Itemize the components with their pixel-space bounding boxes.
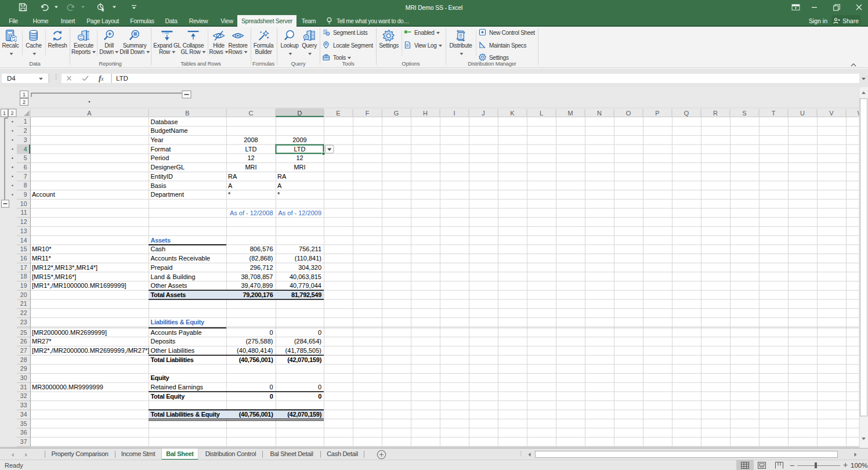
svg-text:14: 14: [20, 237, 27, 244]
svg-text:Total Equity: Total Equity: [151, 393, 186, 400]
svg-text:21: 21: [20, 300, 27, 307]
svg-text:22: 22: [20, 309, 27, 316]
svg-text:Year: Year: [151, 136, 164, 143]
svg-text:O: O: [626, 110, 631, 117]
svg-text:33: 33: [20, 402, 27, 408]
svg-text:Retained Earnings: Retained Earnings: [151, 384, 204, 391]
svg-text:Total Assets: Total Assets: [151, 291, 186, 298]
svg-text:Department: Department: [151, 191, 184, 198]
svg-text:Other Liabilities: Other Liabilities: [151, 347, 195, 354]
svg-text:[MR15*,MR16*]: [MR15*,MR16*]: [32, 273, 76, 280]
svg-text:(40,756,001): (40,756,001): [239, 411, 273, 418]
svg-text:R: R: [713, 110, 718, 117]
svg-text:MR11*: MR11*: [32, 255, 52, 262]
svg-text:38,708,857: 38,708,857: [241, 273, 273, 280]
svg-text:2: 2: [10, 110, 13, 116]
svg-text:10: 10: [20, 200, 27, 207]
svg-text:U: U: [800, 110, 805, 117]
svg-text:6: 6: [24, 164, 27, 171]
svg-text:(40,480,414): (40,480,414): [237, 347, 273, 354]
svg-text:H: H: [423, 110, 428, 117]
svg-text:E: E: [336, 110, 340, 117]
svg-text:Assets: Assets: [151, 237, 171, 244]
svg-text:Period: Period: [151, 154, 169, 161]
svg-text:0: 0: [318, 393, 321, 400]
svg-text:K: K: [510, 110, 515, 117]
svg-text:(42,070,159): (42,070,159): [287, 411, 321, 418]
svg-text:4: 4: [24, 146, 27, 153]
svg-text:BudgetName: BudgetName: [151, 127, 188, 134]
svg-text:2: 2: [24, 127, 27, 134]
svg-text:V: V: [829, 110, 834, 117]
svg-text:5: 5: [24, 154, 27, 161]
svg-text:Equity: Equity: [151, 374, 170, 381]
svg-text:Accounts Receivable: Accounts Receivable: [151, 255, 211, 262]
svg-text:37: 37: [20, 438, 27, 445]
svg-text:1: 1: [23, 92, 26, 97]
svg-text:(284,654): (284,654): [294, 338, 321, 345]
svg-text:Basis: Basis: [151, 182, 167, 189]
svg-text:20: 20: [20, 291, 27, 298]
svg-text:28: 28: [20, 356, 27, 363]
svg-text:MR27*: MR27*: [32, 338, 52, 345]
svg-text:Q: Q: [684, 110, 689, 117]
svg-text:27: 27: [20, 347, 27, 354]
svg-text:MRI: MRI: [245, 164, 256, 171]
svg-text:2009: 2009: [292, 136, 306, 143]
svg-text:23: 23: [20, 319, 27, 326]
svg-text:Liabilities & Equity: Liabilities & Equity: [151, 319, 205, 326]
svg-text:15: 15: [20, 245, 27, 252]
svg-text:LTD: LTD: [294, 146, 306, 153]
svg-text:18: 18: [20, 273, 27, 280]
svg-text:A: A: [228, 182, 233, 189]
svg-text:2008: 2008: [244, 136, 258, 143]
svg-text:756,211: 756,211: [299, 245, 321, 252]
svg-text:34: 34: [20, 411, 27, 418]
svg-text:(42,070,159): (42,070,159): [287, 356, 321, 363]
svg-text:Deposits: Deposits: [151, 338, 176, 345]
svg-text:Accounts Payable: Accounts Payable: [151, 329, 202, 336]
svg-text:3: 3: [24, 136, 27, 143]
svg-text:(275,588): (275,588): [245, 338, 273, 345]
svg-text:12: 12: [20, 218, 27, 225]
svg-text:0: 0: [318, 384, 321, 391]
svg-text:35: 35: [20, 420, 27, 427]
svg-text:(82,868): (82,868): [249, 255, 273, 262]
svg-text:32: 32: [20, 392, 27, 399]
svg-text:0: 0: [318, 329, 321, 336]
svg-text:30: 30: [20, 374, 27, 381]
svg-text:Account: Account: [32, 191, 55, 198]
svg-text:F: F: [366, 110, 370, 117]
svg-text:As of - 12/2009: As of - 12/2009: [278, 209, 321, 216]
svg-text:[MR1*,/MR1000000.MR1699999]: [MR1*,/MR1000000.MR1699999]: [32, 282, 126, 289]
svg-text:Total Liabilities & Equity: Total Liabilities & Equity: [151, 411, 220, 418]
svg-text:13: 13: [20, 227, 27, 234]
svg-text:RA: RA: [277, 173, 287, 180]
svg-text:(41,785,505): (41,785,505): [285, 347, 321, 354]
svg-text:Total Liabilities: Total Liabilities: [151, 356, 194, 363]
svg-text:11: 11: [21, 209, 27, 216]
svg-text:9: 9: [24, 191, 27, 198]
svg-text:79,200,176: 79,200,176: [243, 291, 273, 298]
svg-text:B: B: [185, 110, 189, 117]
svg-text:39,470,899: 39,470,899: [241, 282, 273, 289]
svg-text:A: A: [87, 110, 92, 117]
svg-text:G: G: [394, 110, 399, 117]
svg-text:17: 17: [20, 264, 27, 271]
svg-text:LTD: LTD: [245, 146, 257, 153]
svg-text:MRI: MRI: [294, 164, 305, 171]
svg-text:1: 1: [24, 118, 27, 125]
svg-text:Other Assets: Other Assets: [151, 282, 187, 289]
svg-text:0: 0: [270, 393, 273, 400]
svg-text:1: 1: [3, 110, 6, 116]
svg-text:26: 26: [20, 338, 27, 345]
svg-text:36: 36: [20, 429, 27, 436]
svg-text:Prepaid: Prepaid: [151, 264, 173, 271]
svg-text:81,792,549: 81,792,549: [291, 291, 321, 298]
svg-text:N: N: [597, 110, 602, 117]
svg-text:(110,841): (110,841): [295, 255, 321, 262]
svg-text:7: 7: [24, 173, 27, 180]
svg-text:*: *: [277, 191, 280, 198]
svg-text:0: 0: [269, 384, 273, 391]
svg-text:T: T: [772, 110, 776, 117]
